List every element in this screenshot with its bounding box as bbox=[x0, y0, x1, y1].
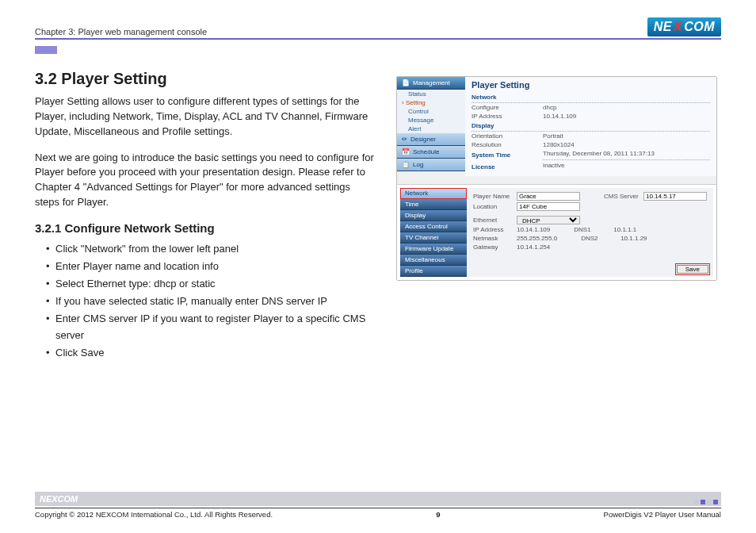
list-item: Enter Player name and location info bbox=[46, 259, 376, 274]
instruction-list: Click "Network" from the lower left pane… bbox=[35, 241, 376, 361]
location-label: Location bbox=[473, 203, 517, 210]
player-name-input[interactable] bbox=[517, 192, 580, 201]
sidebar-item-label: Management bbox=[413, 79, 450, 86]
tab-access-control[interactable]: Access Control bbox=[400, 221, 467, 232]
sidebar-sub-status[interactable]: Status bbox=[397, 90, 465, 98]
section-license: License bbox=[472, 162, 543, 172]
tab-miscellaneous[interactable]: Miscellaneous bbox=[400, 255, 467, 266]
accent-block bbox=[35, 46, 57, 54]
footer-logo: NEXCOM bbox=[40, 494, 78, 504]
ip-label: IP Address bbox=[473, 226, 517, 233]
sidebar-item-label: Log bbox=[413, 161, 423, 168]
tab-network[interactable]: Network bbox=[400, 188, 467, 199]
tab-firmware-update[interactable]: Firmware Update bbox=[400, 243, 467, 255]
dns2-value: 10.1.1.29 bbox=[620, 235, 647, 242]
ethernet-select[interactable]: DHCP bbox=[517, 216, 580, 224]
section-display: Display bbox=[472, 121, 710, 132]
sidebar-sub-alert[interactable]: Alert bbox=[397, 125, 465, 133]
location-input[interactable] bbox=[517, 202, 580, 211]
list-item: Click "Network" from the lower left pane… bbox=[46, 241, 376, 257]
sidebar-item-label: Designer bbox=[410, 136, 436, 143]
list-item: Click Save bbox=[46, 345, 376, 361]
list-item: Select Ethernet type: dhcp or static bbox=[46, 276, 376, 292]
list-item: Enter CMS server IP if you want to regis… bbox=[46, 311, 376, 343]
dns1-value: 10.1.1.1 bbox=[613, 226, 636, 233]
tab-tv-channel[interactable]: TV Channel bbox=[400, 232, 467, 243]
copyright-text: Copyright © 2012 NEXCOM International Co… bbox=[35, 510, 273, 519]
console-screenshot: 📄 Management Status Setting Control Mess… bbox=[396, 76, 717, 281]
logo-part-right: COM bbox=[684, 20, 715, 34]
dns2-label: DNS2 bbox=[581, 235, 620, 242]
brand-logo: NEXCOM bbox=[647, 17, 721, 36]
sidebar-item-log[interactable]: 📋 Log bbox=[397, 159, 465, 171]
logo-part-x: X bbox=[674, 20, 682, 34]
cms-server-input[interactable] bbox=[643, 192, 707, 201]
tab-display[interactable]: Display bbox=[400, 210, 467, 221]
sidebar-item-management[interactable]: 📄 Management bbox=[397, 77, 465, 90]
field-value: dhcp bbox=[543, 104, 710, 111]
netmask-label: Netmask bbox=[473, 235, 517, 242]
field-label: Resolution bbox=[472, 141, 543, 148]
field-label: Configure bbox=[472, 104, 543, 111]
gateway-value: 10.14.1.254 bbox=[517, 243, 550, 251]
intro-paragraph-1: Player Setting allows user to configure … bbox=[35, 94, 376, 140]
sidebar-item-label: Schedule bbox=[413, 148, 439, 155]
gateway-label: Gateway bbox=[473, 243, 517, 251]
save-button[interactable]: Save bbox=[677, 265, 708, 274]
footer-accent-icon bbox=[694, 500, 718, 504]
page-number: 9 bbox=[436, 510, 440, 519]
ip-value: 10.14.1.109 bbox=[517, 226, 550, 233]
field-value: Portrait bbox=[543, 132, 710, 140]
section-heading: 3.2.1 Configure Network Setting bbox=[35, 221, 376, 235]
section-network: Network bbox=[472, 92, 710, 103]
sidebar-sub-control[interactable]: Control bbox=[397, 107, 465, 116]
player-name-label: Player Name bbox=[473, 193, 517, 200]
intro-paragraph-2: Next we are going to introduce the basic… bbox=[35, 151, 376, 210]
field-value: 10.14.1.109 bbox=[543, 113, 710, 120]
netmask-value: 255.255.255.0 bbox=[517, 235, 557, 242]
tab-profile[interactable]: Profile bbox=[400, 266, 467, 277]
sidebar-sub-setting[interactable]: Setting bbox=[397, 98, 465, 107]
panel-title: Player Setting bbox=[472, 80, 710, 90]
chapter-label: Chapter 3: Player web management console bbox=[35, 27, 207, 36]
sidebar-item-schedule[interactable]: 📅 Schedule bbox=[397, 146, 465, 159]
section-systime: System Time bbox=[472, 150, 543, 160]
field-label: Orientation bbox=[472, 132, 543, 140]
logo-part-left: NE bbox=[654, 20, 672, 34]
page-title: 3.2 Player Setting bbox=[35, 70, 376, 88]
field-value: Inactive bbox=[543, 162, 710, 172]
field-value: Thursday, December 08, 2011 11:37:13 bbox=[543, 150, 710, 160]
cms-server-label: CMS Server bbox=[604, 193, 643, 200]
ethernet-label: Ethernet bbox=[473, 217, 517, 224]
tab-time[interactable]: Time bbox=[400, 199, 467, 210]
sidebar-sub-message[interactable]: Message bbox=[397, 116, 465, 125]
field-label: IP Address bbox=[472, 113, 543, 120]
field-value: 1280x1024 bbox=[543, 141, 710, 148]
list-item: If you have selected static IP, manually… bbox=[46, 293, 376, 309]
manual-title: PowerDigis V2 Player User Manual bbox=[604, 510, 721, 519]
dns1-label: DNS1 bbox=[574, 226, 613, 233]
sidebar-item-designer[interactable]: ✏ Designer bbox=[397, 133, 465, 146]
